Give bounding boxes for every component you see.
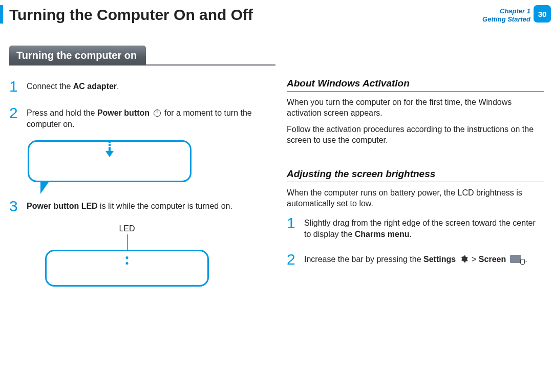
text: is lit while the computer is turned on. <box>98 202 232 210</box>
step-number: 3 <box>9 198 27 214</box>
led-diagram: LED <box>45 224 209 287</box>
chapter-block: Chapter 1 Getting Started 30 <box>482 5 551 24</box>
gear-icon <box>460 255 468 266</box>
text: Slightly drag from the right edge of the… <box>304 219 536 238</box>
svg-rect-2 <box>109 147 111 151</box>
step-number: 1 <box>287 214 304 241</box>
content-columns: 1 Connect the AC adapter. 2 Press and ho… <box>0 78 553 290</box>
text: . <box>525 255 527 264</box>
bold: Settings <box>423 255 456 264</box>
power-button-diagram <box>28 140 192 182</box>
paragraph: When you turn the computer on for the ﬁr… <box>287 97 544 119</box>
text: Press and hold the <box>27 108 97 117</box>
brightness-step-1: 1 Slightly drag from the right edge of t… <box>287 214 544 241</box>
chapter-line2: Getting Started <box>482 15 530 24</box>
title-accent-bar <box>0 5 3 24</box>
led-label: LED <box>45 224 209 233</box>
subheading: About Windows Activation <box>287 78 544 92</box>
step-1: 1 Connect the AC adapter. <box>9 78 266 94</box>
paragraph: Follow the activation procedures accordi… <box>287 124 544 146</box>
paragraph: When the computer runs on battery power,… <box>287 187 544 209</box>
step-body: Press and hold the Power button for a mo… <box>27 104 266 130</box>
bold: Charms menu <box>355 230 410 238</box>
step-body: Connect the AC adapter. <box>27 78 119 94</box>
step-body: Increase the bar by pressing the Setting… <box>304 251 527 267</box>
step-number: 2 <box>287 251 304 267</box>
section-header: Turning the computer on <box>9 46 275 66</box>
text: Connect the <box>27 82 73 91</box>
bold: Power button LED <box>27 202 98 210</box>
step-number: 2 <box>9 104 27 130</box>
step-2: 2 Press and hold the Power button for a … <box>9 104 266 130</box>
svg-rect-0 <box>109 141 111 143</box>
led-pointer-line <box>127 234 127 250</box>
title-wrap: Turning the Computer On and Off <box>0 5 253 24</box>
page-number-badge: 30 <box>534 5 551 23</box>
step-number: 1 <box>9 78 27 94</box>
section-title: Turning the computer on <box>9 46 146 66</box>
section-rule <box>146 46 275 66</box>
text: . <box>117 82 119 91</box>
dot-icon <box>126 256 129 259</box>
svg-marker-3 <box>105 151 114 157</box>
dot-icon <box>126 262 129 265</box>
bold: AC adapter <box>73 82 117 91</box>
lock-shackle <box>522 259 524 261</box>
power-icon <box>154 110 161 117</box>
page-title: Turning the Computer On and Off <box>9 5 253 24</box>
device-outline <box>45 250 209 287</box>
screen-lock-icon <box>510 255 521 263</box>
callout-tail-fill <box>41 181 48 191</box>
step-body: Power button LED is lit while the comput… <box>27 198 232 214</box>
brightness-section: Adjusting the screen brightness When the… <box>287 168 544 267</box>
step-body: Slightly drag from the right edge of the… <box>304 214 544 241</box>
brightness-step-2: 2 Increase the bar by pressing the Setti… <box>287 251 544 267</box>
bold: Power button <box>97 108 150 117</box>
svg-rect-1 <box>109 144 111 146</box>
chapter-line1: Chapter 1 <box>482 7 530 15</box>
right-column: About Windows Activation When you turn t… <box>287 78 544 290</box>
activation-section: About Windows Activation When you turn t… <box>287 78 544 146</box>
arrow-down-icon <box>105 141 114 158</box>
chapter-text: Chapter 1 Getting Started <box>482 5 534 24</box>
text: . <box>409 230 411 238</box>
subheading: Adjusting the screen brightness <box>287 168 544 182</box>
left-column: 1 Connect the AC adapter. 2 Press and ho… <box>9 78 266 290</box>
step-3: 3 Power button LED is lit while the comp… <box>9 198 266 214</box>
bold: Screen <box>479 255 506 264</box>
led-dots <box>126 256 129 265</box>
text: Increase the bar by pressing the <box>304 255 423 264</box>
separator: > <box>472 255 479 264</box>
page-header: Turning the Computer On and Off Chapter … <box>0 0 553 24</box>
